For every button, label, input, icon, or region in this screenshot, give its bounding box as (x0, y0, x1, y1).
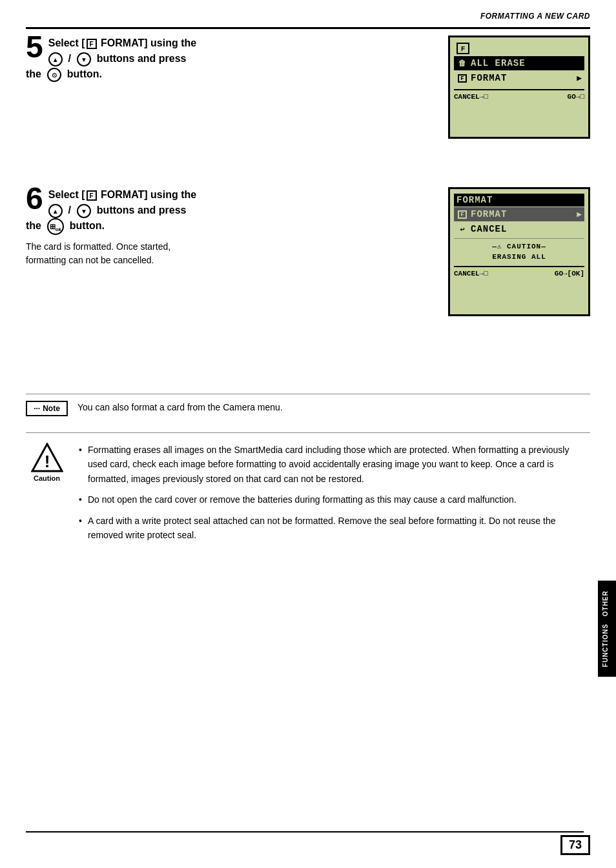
caution-triangle-icon: ! (31, 443, 63, 472)
down-button2-icon: ▼ (77, 204, 91, 218)
sidebar-line2: FUNCTIONS (602, 623, 609, 667)
step5-text: 5 Select [F FORMAT] using the ▲ / ▼ butt… (26, 35, 435, 139)
svg-text:!: ! (44, 452, 50, 471)
lcd-erasing-row: ERASING ALL (454, 252, 584, 262)
up-button-icon: ▲ (48, 52, 63, 66)
caution-bullet-1: Formatting erases all images on the Smar… (77, 443, 590, 486)
page-number: 73 (560, 835, 590, 855)
step5-instruction: Select [F FORMAT] using the ▲ / ▼ button… (26, 35, 435, 82)
caution-label: Caution (34, 474, 60, 482)
step6-number: 6 (26, 183, 43, 214)
lcd-format-header-text: FORMAT (457, 195, 493, 205)
bottom-rule (26, 831, 584, 833)
note-text: You can also format a card from the Came… (77, 401, 283, 412)
lcd-bottom-bar-step6: CANCEL→□ GO→[OK] (454, 266, 584, 278)
step6-section: 6 Select [F FORMAT] using the ▲ / ▼ butt… (26, 187, 590, 316)
lcd-erasing-text: ERASING ALL (492, 253, 546, 261)
step5-section: 5 Select [F FORMAT] using the ▲ / ▼ butt… (26, 35, 590, 139)
lcd-format2-icon: F (457, 208, 468, 220)
lcd-all-erase-text: ALL ERASE (471, 58, 526, 68)
lcd-caution-text: —⚠ CAUTION— (492, 242, 546, 250)
step5-number: 5 (26, 32, 43, 63)
lcd-cancel-text: CANCEL→□ (454, 93, 488, 101)
lcd-format2-arrow: ▶ (577, 209, 582, 219)
sidebar-tab: FUNCTIONS OTHER (598, 581, 616, 677)
lcd-go-text: GO→□ (568, 93, 584, 101)
ok-button-icon: ⊙ (47, 68, 61, 82)
step6-subtext: The card is formatted. Once started, for… (26, 240, 435, 267)
lcd-format-row: F FORMAT ▶ (454, 71, 584, 85)
caution-bullet-2: Do not open the card cover or remove the… (77, 492, 590, 507)
lcd-cancel3-text: CANCEL→□ (454, 270, 488, 278)
note-section: ··· Note You can also format a card from… (26, 394, 590, 416)
lcd-screen-step5: F 🗑 ALL ERASE F FORMAT ▶ CANCEL→□ GO→□ (448, 35, 590, 139)
up-button2-icon: ▲ (48, 204, 63, 218)
lcd-format-option-row: F FORMAT ▶ (454, 207, 584, 221)
page-header-title: FORMATTING A NEW CARD (480, 12, 590, 21)
note-label: Note (43, 404, 60, 413)
lcd-screen-step6: FORMAT F FORMAT ▶ ↩ CANCEL —⚠ CAUTION— E… (448, 187, 590, 316)
lcd-format2-text: FORMAT (471, 209, 507, 219)
caution-section: ! Caution Formatting erases all images o… (26, 432, 590, 549)
caution-bullets: Formatting erases all images on the Smar… (77, 443, 590, 549)
ok2-button-icon: ⊞ok (47, 218, 64, 235)
lcd-format-text: FORMAT (471, 73, 507, 83)
lcd-top-icon: F (454, 41, 584, 56)
lcd-bottom-bar-step5: CANCEL→□ GO→□ (454, 89, 584, 101)
lcd-divider (454, 238, 584, 239)
caution-bullet-3: A card with a write protect seal attache… (77, 514, 590, 543)
lcd-cancel2-icon: ↩ (457, 223, 468, 235)
step6-instruction: Select [F FORMAT] using the ▲ / ▼ button… (26, 187, 435, 235)
caution-icon-container: ! Caution (26, 443, 68, 482)
lcd-cancel-option-row: ↩ CANCEL (454, 222, 584, 236)
note-dots: ··· (34, 404, 40, 413)
lcd-caution-row: —⚠ CAUTION— (454, 241, 584, 252)
lcd-all-erase-row: 🗑 ALL ERASE (454, 56, 584, 70)
sidebar-line1: OTHER (602, 590, 609, 616)
top-rule (26, 27, 590, 29)
lcd-format-arrow: ▶ (577, 73, 582, 83)
lcd-trash-icon: 🗑 (457, 57, 468, 69)
lcd-cancel2-text: CANCEL (471, 224, 507, 234)
note-box: ··· Note (26, 401, 68, 416)
down-button-icon: ▼ (77, 52, 91, 66)
lcd-go2-text: GO→[OK] (555, 270, 584, 278)
lcd-format-header-row: FORMAT (454, 194, 584, 207)
step6-text: 6 Select [F FORMAT] using the ▲ / ▼ butt… (26, 187, 435, 316)
lcd-format-icon: F (457, 72, 468, 84)
